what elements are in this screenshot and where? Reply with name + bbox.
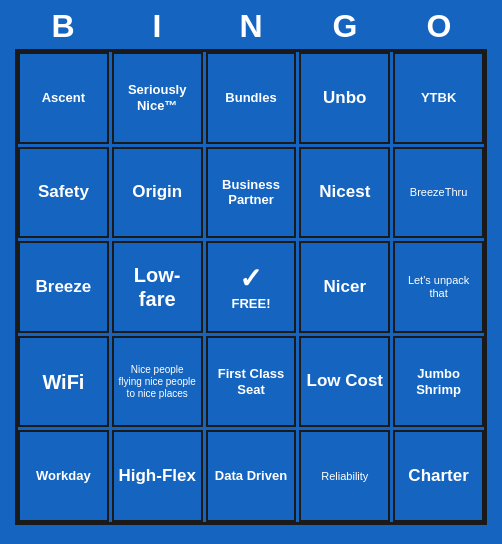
cell-text-r4c4: Low Cost xyxy=(307,371,384,391)
bingo-cell-r4c4[interactable]: Low Cost xyxy=(299,336,390,428)
bingo-cell-r1c4[interactable]: Unbo xyxy=(299,52,390,144)
cell-text-r2c2: Origin xyxy=(132,182,182,202)
bingo-header: BINGO xyxy=(16,0,486,49)
cell-text-r4c2: Nice people flying nice people to nice p… xyxy=(118,364,197,400)
free-text: FREE! xyxy=(231,296,270,312)
bingo-cell-r5c5[interactable]: Charter xyxy=(393,430,484,522)
cell-text-r5c5: Charter xyxy=(408,466,468,486)
bingo-cell-r1c3[interactable]: Bundles xyxy=(206,52,297,144)
cell-text-r4c5: Jumbo Shrimp xyxy=(399,366,478,397)
bingo-cell-r1c5[interactable]: YTBK xyxy=(393,52,484,144)
bingo-cell-r2c5[interactable]: BreezeThru xyxy=(393,147,484,239)
bingo-cell-r3c1[interactable]: Breeze xyxy=(18,241,109,333)
bingo-cell-r3c5[interactable]: Let's unpack that xyxy=(393,241,484,333)
cell-text-r5c4: Reliability xyxy=(321,470,368,483)
cell-text-r5c3: Data Driven xyxy=(215,468,287,484)
bingo-cell-r4c3[interactable]: First Class Seat xyxy=(206,336,297,428)
bingo-cell-r3c2[interactable]: Low-fare xyxy=(112,241,203,333)
bingo-cell-r5c3[interactable]: Data Driven xyxy=(206,430,297,522)
cell-text-r2c1: Safety xyxy=(38,182,89,202)
bingo-cell-r5c4[interactable]: Reliability xyxy=(299,430,390,522)
bingo-cell-r3c3[interactable]: ✓FREE! xyxy=(206,241,297,333)
bingo-cell-r5c2[interactable]: High-Flex xyxy=(112,430,203,522)
cell-text-r4c1: WiFi xyxy=(42,370,84,394)
cell-text-r3c4: Nicer xyxy=(324,277,367,297)
cell-text-r2c5: BreezeThru xyxy=(410,186,467,199)
cell-text-r4c3: First Class Seat xyxy=(212,366,291,397)
cell-text-r3c5: Let's unpack that xyxy=(399,274,478,300)
cell-text-r2c3: Business Partner xyxy=(212,177,291,208)
bingo-letter-i: I xyxy=(117,8,197,45)
bingo-cell-r1c1[interactable]: Ascent xyxy=(18,52,109,144)
bingo-cell-r4c2[interactable]: Nice people flying nice people to nice p… xyxy=(112,336,203,428)
bingo-cell-r2c2[interactable]: Origin xyxy=(112,147,203,239)
cell-text-r3c1: Breeze xyxy=(36,277,92,297)
bingo-cell-r4c1[interactable]: WiFi xyxy=(18,336,109,428)
bingo-cell-r1c2[interactable]: Seriously Nice™ xyxy=(112,52,203,144)
cell-text-r1c3: Bundles xyxy=(225,90,276,106)
cell-text-r5c2: High-Flex xyxy=(118,466,195,486)
cell-text-r3c2: Low-fare xyxy=(118,263,197,311)
cell-text-r1c2: Seriously Nice™ xyxy=(118,82,197,113)
bingo-cell-r2c1[interactable]: Safety xyxy=(18,147,109,239)
cell-text-r1c4: Unbo xyxy=(323,88,366,108)
bingo-letter-g: G xyxy=(305,8,385,45)
cell-text-r5c1: Workday xyxy=(36,468,91,484)
bingo-grid: AscentSeriously Nice™BundlesUnboYTBKSafe… xyxy=(15,49,487,525)
cell-text-r1c5: YTBK xyxy=(421,90,456,106)
bingo-cell-r3c4[interactable]: Nicer xyxy=(299,241,390,333)
bingo-cell-r2c4[interactable]: Nicest xyxy=(299,147,390,239)
bingo-letter-n: N xyxy=(211,8,291,45)
bingo-cell-r4c5[interactable]: Jumbo Shrimp xyxy=(393,336,484,428)
cell-text-r1c1: Ascent xyxy=(42,90,85,106)
bingo-letter-b: B xyxy=(23,8,103,45)
bingo-letter-o: O xyxy=(399,8,479,45)
free-checkmark: ✓ xyxy=(239,262,262,296)
bingo-cell-r2c3[interactable]: Business Partner xyxy=(206,147,297,239)
cell-text-r2c4: Nicest xyxy=(319,182,370,202)
bingo-cell-r5c1[interactable]: Workday xyxy=(18,430,109,522)
